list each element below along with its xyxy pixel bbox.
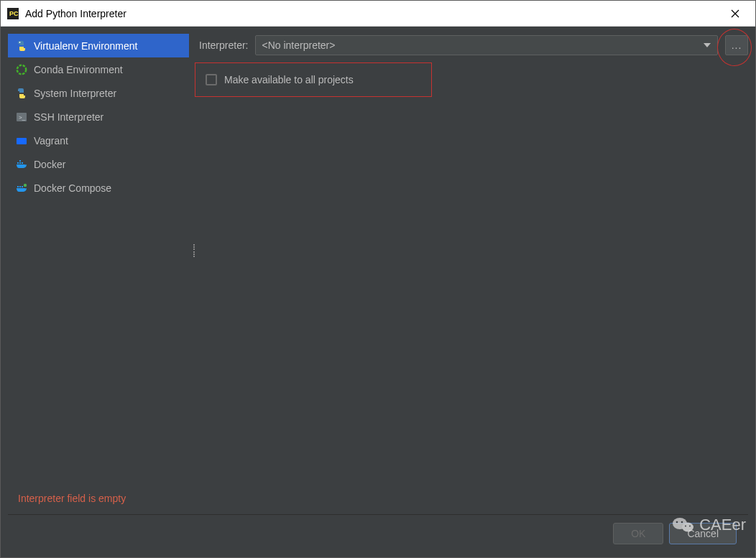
sidebar-item-label: Vagrant xyxy=(34,135,68,147)
sidebar: Virtualenv Environment Conda Environment xyxy=(8,34,189,487)
window-title: Add Python Interpreter xyxy=(25,8,721,19)
svg-point-4 xyxy=(19,42,21,43)
sidebar-item-conda[interactable]: Conda Environment xyxy=(8,57,189,81)
svg-point-22 xyxy=(689,526,691,527)
watermark: CAEer xyxy=(672,515,746,535)
python-venv-icon xyxy=(15,39,28,52)
svg-point-20 xyxy=(681,521,683,524)
sidebar-item-virtualenv[interactable]: Virtualenv Environment xyxy=(8,34,189,57)
interpreter-dropdown[interactable]: <No interpreter> xyxy=(255,35,718,55)
dialog-window: PC Add Python Interpreter xyxy=(0,0,756,558)
sidebar-item-label: Docker Compose xyxy=(34,182,111,194)
svg-point-19 xyxy=(676,521,678,524)
svg-rect-13 xyxy=(17,186,19,187)
svg-point-18 xyxy=(682,523,693,532)
button-row: OK Cancel xyxy=(8,514,748,550)
terminal-icon: >_ xyxy=(15,111,28,124)
sidebar-item-label: Conda Environment xyxy=(34,64,123,75)
vagrant-icon xyxy=(15,134,28,147)
svg-rect-10 xyxy=(19,162,21,164)
chevron-down-icon xyxy=(700,38,714,52)
checkbox-available-all[interactable] xyxy=(206,74,217,85)
svg-point-16 xyxy=(24,183,27,186)
right-panel: Interpreter: <No interpreter> ... Make xyxy=(195,34,748,487)
sidebar-item-ssh[interactable]: >_ SSH Interpreter xyxy=(8,105,189,129)
interpreter-value: <No interpreter> xyxy=(262,39,335,51)
error-message: Interpreter field is empty xyxy=(8,487,748,514)
sidebar-item-docker[interactable]: Docker xyxy=(8,152,189,176)
dialog-content: Virtualenv Environment Conda Environment xyxy=(1,27,755,557)
svg-text:>_: >_ xyxy=(19,114,26,121)
pycharm-icon: PC xyxy=(6,7,19,20)
split-handle[interactable] xyxy=(193,244,196,257)
sidebar-item-label: SSH Interpreter xyxy=(34,111,103,123)
interpreter-row: Interpreter: <No interpreter> ... xyxy=(195,34,748,57)
checkbox-label: Make available to all projects xyxy=(224,74,354,85)
svg-rect-9 xyxy=(17,162,19,164)
svg-rect-12 xyxy=(19,160,21,162)
sidebar-item-vagrant[interactable]: Vagrant xyxy=(8,129,189,152)
python-icon xyxy=(15,87,28,100)
browse-button[interactable]: ... xyxy=(725,35,748,55)
docker-compose-icon xyxy=(15,182,28,195)
conda-icon xyxy=(15,63,28,76)
watermark-text: CAEer xyxy=(699,516,746,534)
annotation-circle xyxy=(717,29,752,66)
sidebar-item-label: Virtualenv Environment xyxy=(34,40,137,52)
svg-point-5 xyxy=(17,65,26,73)
ok-button[interactable]: OK xyxy=(613,523,663,544)
svg-point-21 xyxy=(685,526,686,527)
main-area: Virtualenv Environment Conda Environment xyxy=(8,34,748,487)
svg-rect-15 xyxy=(22,186,23,187)
svg-rect-11 xyxy=(22,162,23,164)
wechat-icon xyxy=(672,515,695,535)
interpreter-label: Interpreter: xyxy=(195,39,248,51)
close-button[interactable] xyxy=(721,2,750,25)
title-bar: PC Add Python Interpreter xyxy=(1,1,755,27)
docker-icon xyxy=(15,158,28,171)
sidebar-item-system[interactable]: System Interpreter xyxy=(8,81,189,105)
svg-text:PC: PC xyxy=(9,10,19,17)
svg-rect-14 xyxy=(19,186,21,187)
sidebar-item-label: Docker xyxy=(34,159,65,170)
sidebar-item-label: System Interpreter xyxy=(34,88,116,99)
sidebar-item-docker-compose[interactable]: Docker Compose xyxy=(8,176,189,200)
checkbox-row: Make available to all projects xyxy=(195,62,432,97)
svg-rect-8 xyxy=(17,138,27,144)
